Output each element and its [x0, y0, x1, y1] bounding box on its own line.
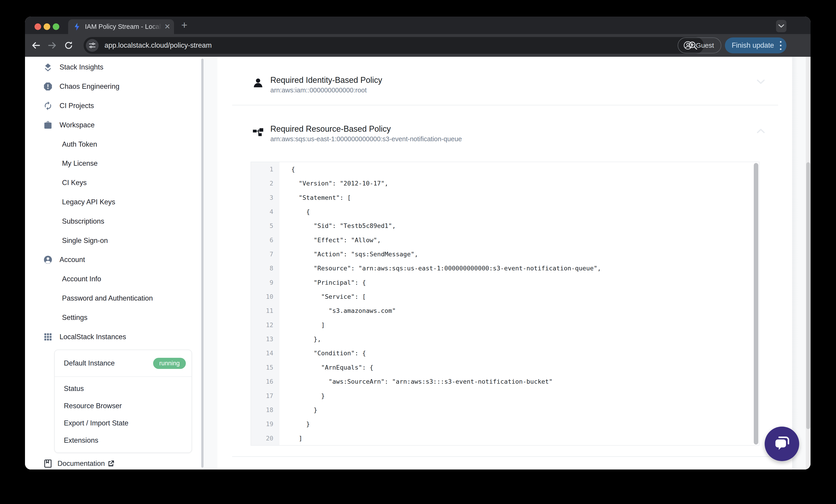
new-tab-button[interactable]: + [181, 19, 187, 31]
sidebar-item-stack-insights[interactable]: Stack Insights [25, 58, 201, 77]
site-settings-button[interactable] [86, 39, 99, 52]
instance-card-item[interactable]: Status [55, 380, 191, 397]
code-line: ] [291, 318, 759, 332]
sidebar-scrollbar[interactable] [201, 59, 204, 468]
page-scrollbar-thumb[interactable] [806, 162, 810, 429]
reload-icon[interactable] [63, 40, 74, 51]
line-number: 18 [251, 403, 280, 417]
code-line: "ArnEquals": { [291, 361, 759, 374]
sidebar-item-label: LocalStack Instances [59, 333, 126, 341]
code-gutter: 1234567891011121314151617181920 [251, 162, 280, 445]
sidebar-item-account[interactable]: Account [25, 250, 201, 270]
line-number: 16 [251, 374, 280, 389]
instance-card-item[interactable]: Export / Import State [55, 414, 191, 432]
instance-status-badge: running [153, 358, 186, 369]
line-number: 4 [251, 205, 280, 219]
sidebar-item-label: Settings [62, 313, 88, 322]
profile-button[interactable]: Guest [678, 37, 721, 53]
code-line: "Statement": [ [291, 191, 759, 205]
tune-icon [88, 41, 96, 49]
line-number: 14 [251, 346, 280, 360]
sidebar-item-label: Auth Token [62, 140, 97, 149]
code-line: } [291, 403, 759, 417]
sidebar-item-chaos-engineering[interactable]: Chaos Engineering [25, 77, 201, 96]
back-icon[interactable] [31, 40, 41, 51]
section-title: Required Resource-Based Policy [270, 124, 462, 134]
chevron-down-icon [777, 22, 785, 30]
identity-policy-header[interactable]: Required Identity-Based Policy arn:aws:i… [252, 75, 382, 94]
left-gutter [204, 57, 217, 469]
sidebar-item-label: Workspace [59, 121, 95, 129]
code-line: }, [291, 332, 759, 346]
section-arn: arn:aws:iam::000000000000:root [270, 86, 382, 94]
forward-icon[interactable] [47, 40, 57, 51]
code-line: "Principal": { [291, 276, 759, 290]
sidebar-item-password-and-authentication[interactable]: Password and Authentication [25, 289, 201, 308]
sidebar-item-single-sign-on[interactable]: Single Sign-on [25, 231, 201, 250]
profile-label: Guest [696, 41, 714, 49]
sidebar-item-ci-projects[interactable]: CI Projects [25, 96, 201, 116]
sidebar-item-label: Legacy API Keys [62, 198, 115, 206]
close-window-button[interactable] [35, 23, 41, 30]
person-circle-icon [43, 255, 53, 265]
fullscreen-window-button[interactable] [53, 23, 59, 30]
sidebar-item-label: Password and Authentication [62, 294, 153, 303]
sidebar-item-label: Single Sign-on [62, 236, 108, 245]
address-bar[interactable]: app.localstack.cloud/policy-stream [83, 37, 704, 54]
code-line: } [291, 389, 759, 403]
sidebar-item-workspace[interactable]: Workspace [25, 115, 201, 135]
instance-card-header[interactable]: Default Instance running [55, 350, 191, 377]
sidebar-item-legacy-api-keys[interactable]: Legacy API Keys [25, 193, 201, 212]
tab-title: IAM Policy Stream - LocalStack [85, 23, 162, 31]
sidebar-item-documentation[interactable]: Documentation [25, 455, 201, 469]
line-number: 10 [251, 290, 280, 304]
code-scrollbar-thumb[interactable] [754, 163, 758, 445]
line-number: 1 [251, 162, 280, 176]
sidebar-item-account-info[interactable]: Account Info [25, 270, 201, 289]
sidebar-item-ci-keys[interactable]: CI Keys [25, 173, 201, 193]
line-number: 20 [251, 431, 280, 445]
line-number: 5 [251, 219, 280, 233]
code-line: { [291, 162, 759, 176]
browser-tab[interactable]: IAM Policy Stream - LocalStack ✕ [68, 19, 174, 34]
sidebar-item-label: CI Keys [62, 179, 87, 187]
sidebar-nav: Stack Insights Chaos Engineering CI Proj… [25, 58, 201, 346]
chat-widget-button[interactable] [765, 427, 799, 461]
code-line: ] [291, 431, 759, 445]
code-line: "Service": [ [291, 290, 759, 304]
tab-overview-button[interactable] [776, 20, 786, 32]
minimize-window-button[interactable] [44, 23, 50, 30]
resource-policy-header[interactable]: Required Resource-Based Policy arn:aws:s… [252, 124, 462, 143]
page-content: Stack Insights Chaos Engineering CI Proj… [25, 57, 811, 469]
sidebar-item-localstack-instances[interactable]: LocalStack Instances [25, 327, 201, 346]
code-line: "Sid": "Testb5c89ed1", [291, 219, 759, 233]
chevron-up-icon[interactable] [756, 125, 766, 136]
policy-code-editor: 1234567891011121314151617181920 { "Versi… [251, 162, 759, 446]
code-line: } [291, 417, 759, 431]
code-line: "Effect": "Allow", [291, 233, 759, 247]
sidebar-item-auth-token[interactable]: Auth Token [25, 135, 201, 154]
main-panel: Required Identity-Based Policy arn:aws:i… [217, 57, 792, 469]
resource-tree-icon [252, 126, 264, 138]
instance-card-item[interactable]: Extensions [55, 432, 191, 449]
sidebar-item-settings[interactable]: Settings [25, 308, 201, 327]
sidebar-item-label: Account [59, 256, 85, 264]
sidebar-item-my-license[interactable]: My License [25, 154, 201, 173]
line-number: 2 [251, 176, 280, 191]
section-divider [232, 456, 778, 457]
sidebar: Stack Insights Chaos Engineering CI Proj… [25, 57, 201, 469]
chevron-down-icon[interactable] [756, 77, 766, 87]
finish-update-button[interactable]: Finish update [725, 37, 786, 53]
code-line: "aws:SourceArn": "arn:aws:s3:::s3-event-… [291, 374, 759, 389]
localstack-favicon-icon [73, 23, 81, 31]
sidebar-item-label: Account Info [62, 275, 101, 283]
page-scrollbar-track[interactable] [806, 57, 811, 469]
book-icon [43, 459, 53, 468]
finish-update-label: Finish update [732, 41, 774, 50]
browser-toolbar: app.localstack.cloud/policy-stream Guest… [25, 34, 811, 57]
tab-close-icon[interactable]: ✕ [164, 22, 170, 31]
instance-card-item[interactable]: Resource Browser [55, 397, 191, 414]
line-number: 9 [251, 276, 280, 290]
layers-icon [43, 62, 53, 72]
sidebar-item-subscriptions[interactable]: Subscriptions [25, 212, 201, 231]
